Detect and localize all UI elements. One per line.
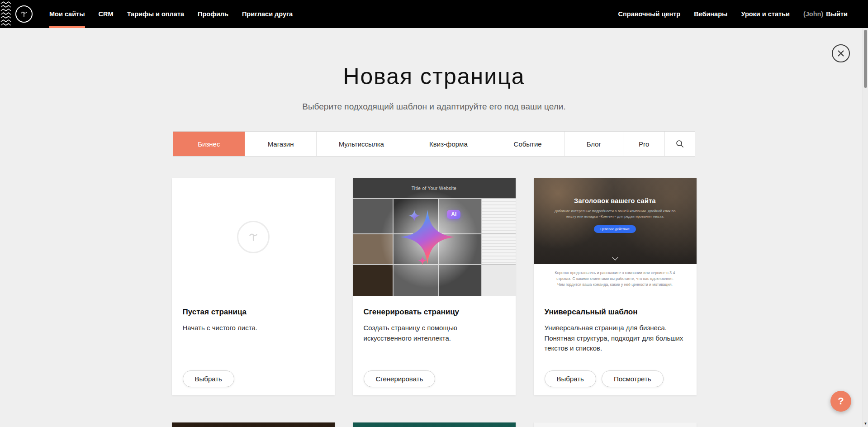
template-hero-cta-button: Целевое действие bbox=[594, 225, 636, 233]
page-title: Новая страница bbox=[0, 63, 868, 90]
nav-help-center[interactable]: Справочный центр bbox=[612, 0, 688, 28]
tilda-watermark-icon bbox=[246, 229, 261, 245]
template-card-ai-generate[interactable]: Title of Your Website bbox=[353, 178, 516, 395]
template-body-text: Коротко представьтесь и расскажите о ком… bbox=[555, 270, 676, 288]
card-title: Универсальный шаблон bbox=[545, 308, 686, 317]
tab-blog[interactable]: Блог bbox=[564, 132, 623, 156]
template-hero-title: Заголовок вашего сайта bbox=[574, 197, 656, 204]
generate-button[interactable]: Сгенерировать bbox=[364, 370, 436, 387]
nav-invite-friend[interactable]: Пригласи друга bbox=[235, 0, 299, 28]
card-description: Создать страницу с помощью искусственног… bbox=[364, 323, 505, 343]
tab-event[interactable]: Событие bbox=[491, 132, 564, 156]
help-button[interactable]: ? bbox=[830, 391, 851, 412]
tab-store[interactable]: Магазин bbox=[245, 132, 317, 156]
logout-link[interactable]: (John) Выйти bbox=[797, 0, 854, 28]
template-preview bbox=[534, 422, 697, 427]
select-button[interactable]: Выбрать bbox=[545, 370, 596, 387]
tab-multilink[interactable]: Мультиссылка bbox=[316, 132, 406, 156]
scrollbar-thumb[interactable] bbox=[864, 30, 867, 88]
vertical-scrollbar[interactable]: ▲ ▼ bbox=[863, 0, 868, 427]
tab-pro[interactable]: Pro bbox=[623, 132, 664, 156]
template-category-tabs: Бизнес Магазин Мультиссылка Квиз-форма С… bbox=[173, 131, 695, 157]
template-card-partial[interactable] bbox=[534, 422, 697, 427]
template-grid-row-1: Пустая страница Начать с чистого листа. … bbox=[172, 178, 697, 395]
template-card-partial[interactable] bbox=[172, 422, 335, 427]
template-preview: Заголовок вашего сайта Добавьте интересн… bbox=[534, 178, 697, 296]
secondary-navigation: Справочный центр Вебинары Уроки и статьи… bbox=[612, 0, 854, 28]
tab-quiz-form[interactable]: Квиз-форма bbox=[406, 132, 491, 156]
close-button[interactable] bbox=[832, 44, 850, 62]
tilda-logo[interactable] bbox=[15, 5, 33, 23]
card-title: Пустая страница bbox=[183, 308, 324, 317]
card-title: Сгенерировать страницу bbox=[364, 308, 505, 317]
search-icon bbox=[676, 140, 684, 148]
nav-lessons[interactable]: Уроки и статьи bbox=[734, 0, 796, 28]
template-card-blank-page[interactable]: Пустая страница Начать с чистого листа. … bbox=[172, 178, 335, 395]
main-navigation: Мои сайты CRM Тарифы и оплата Профиль Пр… bbox=[43, 0, 299, 28]
preview-button[interactable]: Посмотреть bbox=[602, 370, 664, 387]
template-card-universal[interactable]: Заголовок вашего сайта Добавьте интересн… bbox=[534, 178, 697, 395]
top-navbar: Мои сайты CRM Тарифы и оплата Профиль Пр… bbox=[0, 0, 868, 28]
nav-profile[interactable]: Профиль bbox=[191, 0, 235, 28]
template-search-button[interactable] bbox=[664, 132, 695, 156]
blank-page-preview bbox=[172, 178, 335, 296]
zigzag-pattern-decoration bbox=[0, 0, 12, 28]
main-content: Новая страница Выберите подходящий шабло… bbox=[0, 63, 868, 427]
card-description: Универсальная страница для бизнеса. Поня… bbox=[545, 323, 686, 354]
logout-label: Выйти bbox=[826, 10, 848, 18]
template-card-partial[interactable] bbox=[353, 422, 516, 427]
card-description: Начать с чистого листа. bbox=[183, 323, 324, 333]
page-subtitle: Выберите подходящий шаблон и адаптируйте… bbox=[0, 101, 868, 112]
select-button[interactable]: Выбрать bbox=[183, 370, 234, 387]
ai-badge: AI bbox=[447, 210, 460, 219]
nav-webinars[interactable]: Вебинары bbox=[687, 0, 734, 28]
small-sparkle-icon bbox=[408, 210, 420, 222]
template-hero: Заголовок вашего сайта Добавьте интересн… bbox=[534, 178, 697, 264]
template-preview bbox=[353, 422, 516, 427]
close-icon bbox=[837, 50, 844, 57]
nav-my-sites[interactable]: Мои сайты bbox=[43, 0, 92, 28]
scroll-down-icon[interactable]: ▼ bbox=[863, 422, 868, 426]
template-grid-row-2 bbox=[172, 422, 697, 427]
nav-crm[interactable]: CRM bbox=[92, 0, 120, 28]
ai-preview: Title of Your Website bbox=[353, 178, 516, 296]
tab-business[interactable]: Бизнес bbox=[173, 132, 245, 156]
nav-pricing[interactable]: Тарифы и оплата bbox=[120, 0, 191, 28]
template-preview bbox=[172, 422, 335, 427]
chevron-down-icon bbox=[612, 257, 618, 261]
tilda-logo-icon bbox=[19, 9, 29, 19]
template-body-section: Коротко представьтесь и расскажите о ком… bbox=[534, 264, 697, 296]
tilda-watermark bbox=[237, 221, 270, 253]
user-name: (John) bbox=[803, 10, 823, 18]
template-hero-subtitle: Добавьте интересные подробности о вашей … bbox=[551, 209, 678, 219]
app-window: Мои сайты CRM Тарифы и оплата Профиль Пр… bbox=[0, 0, 868, 427]
zigzag-icon bbox=[0, 0, 12, 28]
small-sparkle-icon bbox=[418, 256, 427, 265]
